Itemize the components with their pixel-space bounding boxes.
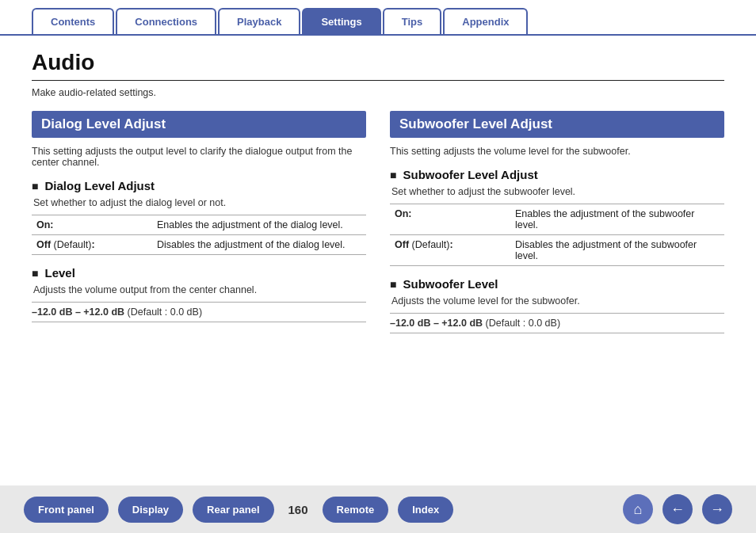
left-sub1-title: Dialog Level Adjust bbox=[32, 179, 366, 192]
remote-button[interactable]: Remote bbox=[323, 497, 389, 523]
page-subtitle: Make audio-related settings. bbox=[32, 87, 724, 98]
left-sub1: Dialog Level Adjust Set whether to adjus… bbox=[32, 179, 366, 255]
right-section-header: Subwoofer Level Adjust bbox=[390, 111, 724, 138]
left-sub1-desc: Set whether to adjust the dialog level o… bbox=[33, 197, 366, 208]
right-range-value: –12.0 dB – +12.0 dB bbox=[390, 318, 483, 329]
home-button[interactable]: ⌂ bbox=[623, 494, 653, 524]
rear-panel-button[interactable]: Rear panel bbox=[193, 497, 273, 523]
table-def: Disables the adjustment of the subwoofer… bbox=[510, 235, 724, 266]
left-section-header: Dialog Level Adjust bbox=[32, 111, 366, 138]
back-button[interactable]: ← bbox=[662, 494, 693, 524]
table-row: Off (Default): Disables the adjustment o… bbox=[32, 235, 366, 255]
tab-playback[interactable]: Playback bbox=[218, 8, 300, 34]
page-title: Audio bbox=[32, 50, 724, 75]
forward-icon: → bbox=[710, 501, 724, 518]
content-columns: Dialog Level Adjust This setting adjusts… bbox=[32, 111, 724, 345]
left-column: Dialog Level Adjust This setting adjusts… bbox=[32, 111, 366, 345]
right-sub1: Subwoofer Level Adjust Set whether to ad… bbox=[390, 168, 724, 266]
right-sub1-desc: Set whether to adjust the subwoofer leve… bbox=[391, 186, 724, 197]
table-def: Enables the adjustment of the dialog lev… bbox=[152, 215, 366, 235]
left-sub2: Level Adjusts the volume output from the… bbox=[32, 266, 366, 322]
table-term: Off (Default): bbox=[32, 235, 152, 255]
table-term: On: bbox=[32, 215, 152, 235]
left-range-value: –12.0 dB – +12.0 dB bbox=[32, 306, 124, 318]
page-number: 160 bbox=[288, 503, 308, 516]
tab-appendix[interactable]: Appendix bbox=[443, 8, 528, 34]
right-sub1-title: Subwoofer Level Adjust bbox=[390, 168, 724, 181]
table-row: On: Enables the adjustment of the subwoo… bbox=[390, 204, 724, 235]
left-sub1-table: On: Enables the adjustment of the dialog… bbox=[32, 215, 366, 255]
left-sub2-range: –12.0 dB – +12.0 dB (Default : 0.0 dB) bbox=[32, 302, 366, 322]
back-icon: ← bbox=[670, 501, 685, 518]
left-section-desc: This setting adjusts the output level to… bbox=[32, 146, 366, 168]
tab-tips[interactable]: Tips bbox=[383, 8, 442, 34]
title-divider bbox=[32, 80, 724, 81]
table-row: Off (Default): Disables the adjustment o… bbox=[390, 235, 724, 266]
table-term: On: bbox=[390, 204, 510, 235]
bottom-bar: Front panel Display Rear panel 160 Remot… bbox=[0, 485, 756, 533]
forward-button[interactable]: → bbox=[702, 494, 732, 524]
right-column: Subwoofer Level Adjust This setting adju… bbox=[390, 111, 724, 345]
right-range-default: (Default : 0.0 dB) bbox=[486, 318, 561, 329]
home-icon: ⌂ bbox=[634, 501, 643, 518]
right-sub2-desc: Adjusts the volume level for the subwoof… bbox=[391, 295, 724, 306]
nav-tabs: Contents Connections Playback Settings T… bbox=[0, 0, 756, 36]
left-sub2-desc: Adjusts the volume output from the cente… bbox=[33, 284, 366, 295]
left-range-default: (Default : 0.0 dB) bbox=[128, 306, 203, 318]
table-def: Enables the adjustment of the subwoofer … bbox=[510, 204, 724, 235]
table-def: Disables the adjustment of the dialog le… bbox=[152, 235, 366, 255]
display-button[interactable]: Display bbox=[118, 497, 183, 523]
tab-connections[interactable]: Connections bbox=[116, 8, 216, 34]
right-sub2-title: Subwoofer Level bbox=[390, 277, 724, 291]
index-button[interactable]: Index bbox=[398, 497, 453, 523]
table-row: On: Enables the adjustment of the dialog… bbox=[32, 215, 366, 235]
right-sub1-table: On: Enables the adjustment of the subwoo… bbox=[390, 204, 724, 266]
tab-settings[interactable]: Settings bbox=[302, 8, 380, 34]
right-sub2: Subwoofer Level Adjusts the volume level… bbox=[390, 277, 724, 333]
tab-contents[interactable]: Contents bbox=[32, 8, 114, 34]
front-panel-button[interactable]: Front panel bbox=[24, 497, 109, 523]
left-sub2-title: Level bbox=[32, 266, 366, 280]
right-sub2-range: –12.0 dB – +12.0 dB (Default : 0.0 dB) bbox=[390, 313, 724, 333]
right-section-desc: This setting adjusts the volume level fo… bbox=[390, 146, 724, 157]
main-content: Audio Make audio-related settings. Dialo… bbox=[0, 36, 756, 352]
table-term: Off (Default): bbox=[390, 235, 510, 266]
